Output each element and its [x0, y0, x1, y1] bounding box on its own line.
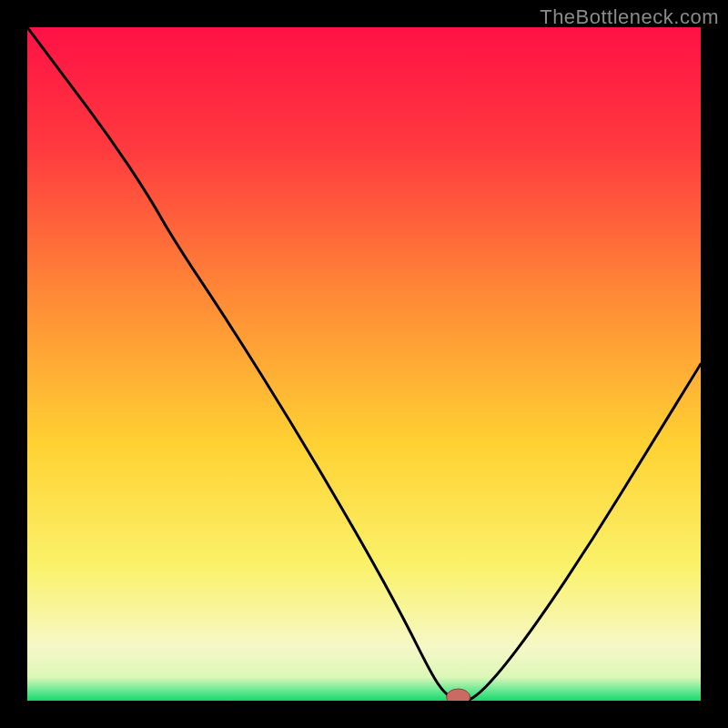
plot-svg	[27, 27, 701, 701]
attribution-text: TheBottleneck.com	[540, 5, 719, 29]
bottleneck-plot	[27, 27, 701, 701]
chart-frame: TheBottleneck.com	[0, 0, 728, 728]
gradient-background	[27, 27, 701, 701]
